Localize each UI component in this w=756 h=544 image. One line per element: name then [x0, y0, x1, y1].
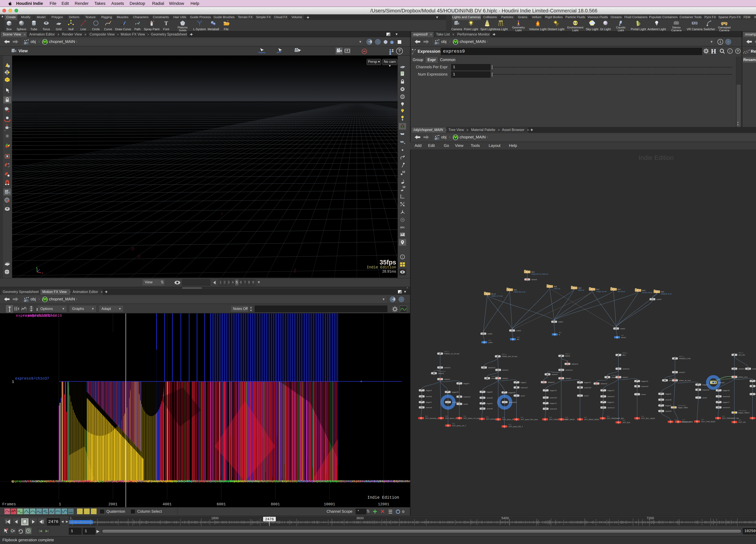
svg-text:OUT_BASS_SEED: OUT_BASS_SEED: [584, 419, 599, 420]
svg-text:area2: area2: [463, 403, 468, 405]
svg-text:file1: file1: [514, 289, 517, 291]
svg-text:stretch9: stretch9: [665, 410, 671, 412]
svg-text:Null: Null: [549, 417, 552, 418]
svg-text:Null: Null: [701, 419, 704, 420]
svg-text:Null: Null: [521, 417, 523, 418]
svg-text:area4: area4: [641, 393, 646, 395]
svg-text:i: i: [729, 49, 730, 53]
svg-text:stretch17: stretch17: [738, 368, 746, 370]
svg-text:math1: math1: [558, 321, 563, 323]
svg-text:PIANO LH V3.aif: PIANO LH V3.aif: [491, 295, 503, 297]
svg-text:stretch11: stretch11: [622, 368, 629, 370]
svg-text:Null: Null: [682, 419, 685, 421]
svg-text:trigger_30fps1: trigger_30fps1: [738, 412, 750, 414]
svg-text:trigger14: trigger14: [550, 402, 557, 404]
svg-text:Null: Null: [517, 336, 520, 338]
svg-text:OUT_BASS: OUT_BASS: [565, 419, 575, 420]
svg-text:Null: Null: [425, 415, 428, 417]
svg-text:AS: AS: [517, 338, 519, 340]
svg-text:4 BCL.aif: 4 BCL.aif: [554, 288, 560, 289]
svg-text:trigger15: trigger15: [550, 389, 557, 391]
svg-text:math3: math3: [620, 328, 625, 329]
svg-text:OUT_piano_LH_T: OUT_piano_LH_T: [452, 425, 466, 427]
svg-text:delete6: delete6: [531, 278, 537, 280]
svg-text:express3: express3: [702, 389, 709, 391]
svg-text:stretch7: stretch7: [679, 371, 685, 373]
svg-text:trigger25: trigger25: [452, 391, 459, 393]
svg-text:FINGER_CYM: FINGER_CYM: [679, 358, 690, 359]
svg-text:MIDI In: MIDI In: [444, 351, 449, 352]
svg-text:7200: 7200: [647, 516, 654, 520]
svg-text:H: H: [711, 48, 716, 55]
svg-text:Null: Null: [607, 415, 609, 417]
svg-text:stretch16: stretch16: [550, 408, 557, 410]
svg-text:?: ?: [737, 49, 739, 53]
svg-text:PIANO_LH_V2.mid: PIANO_LH_V2.mid: [444, 353, 459, 355]
svg-text:file7: file7: [618, 288, 621, 290]
svg-text:express9/ch1n16: express9/ch1n16: [28, 313, 62, 318]
svg-text:stretch19: stretch19: [723, 407, 730, 408]
svg-text:express9/ch1n47: express9/ch1n47: [393, 480, 410, 483]
svg-text:0: 0: [138, 254, 140, 259]
svg-text:OUT_BCL_SEED: OUT_BCL_SEED: [641, 417, 655, 419]
svg-text:file9: file9: [661, 291, 664, 293]
svg-text:delete13: delete13: [548, 381, 554, 383]
svg-text:trigger26: trigger26: [508, 392, 515, 393]
svg-text:1: 1: [293, 267, 296, 274]
svg-text:trigger2: trigger2: [463, 383, 469, 384]
svg-text:express9: express9: [717, 382, 725, 383]
svg-text:trigger6: trigger6: [487, 391, 492, 393]
svg-text:trigger18: trigger18: [723, 389, 730, 391]
svg-text:y: y: [36, 266, 37, 269]
svg-text:delete9: delete9: [565, 377, 571, 379]
svg-text:Null: Null: [738, 419, 741, 421]
svg-text:Null: Null: [445, 415, 448, 417]
svg-text:Subnetwork: Subnetwork: [738, 410, 747, 411]
svg-text:Null: Null: [722, 415, 725, 417]
svg-text:OUT_piano_LH: OUT_piano_LH: [445, 417, 457, 419]
svg-text:Null: Null: [622, 420, 625, 421]
svg-text:stretch1: stretch1: [502, 369, 508, 371]
svg-text:Frames: Frames: [2, 502, 16, 507]
svg-text:trigger_30fps: trigger_30fps: [678, 407, 688, 408]
svg-text:delete_all_zero: delete_all_zero: [679, 379, 691, 381]
svg-text:Null: Null: [452, 423, 455, 424]
svg-text:BASS: BASS: [565, 355, 570, 357]
svg-text:Null: Null: [641, 415, 644, 417]
svg-text:delete14: delete14: [572, 363, 578, 365]
svg-text:Indie Edition: Indie Edition: [367, 495, 399, 500]
svg-text:Expression: Expression: [438, 370, 445, 372]
svg-text:1: 1: [221, 211, 223, 216]
svg-text:OUT_piano_RH_T: OUT_piano_RH_T: [508, 426, 523, 427]
svg-text:OUT_piano_RH: OUT_piano_RH: [502, 419, 515, 420]
svg-text:Null: Null: [488, 339, 491, 341]
svg-text:express4: express4: [641, 385, 648, 387]
svg-text:Null: Null: [486, 416, 489, 418]
svg-text:1: 1: [70, 516, 72, 520]
svg-text:trigger17: trigger17: [723, 401, 730, 403]
svg-text:Null: Null: [584, 417, 587, 418]
svg-text:OUT_preramp_LH: OUT_preramp_LH: [425, 417, 440, 419]
svg-text:drm_HH: drm_HH: [738, 354, 745, 356]
svg-text:trigger13: trigger13: [584, 381, 591, 383]
svg-text:express1: express1: [463, 396, 471, 398]
svg-text:x: x: [42, 272, 43, 274]
svg-text:abc: abc: [400, 226, 405, 229]
svg-text:drums: drums: [621, 336, 626, 338]
svg-text:file3: file3: [531, 271, 534, 273]
svg-text:area5: area5: [584, 395, 588, 397]
svg-text:stretch8: stretch8: [665, 399, 671, 401]
svg-text:PIANO RH V2 LOGIC.aif: PIANO RH V2 LOGIC.aif: [531, 273, 548, 275]
svg-text:OUT_piano_RH_seed: OUT_piano_RH_seed: [521, 419, 538, 420]
svg-text:MIDI In: MIDI In: [502, 353, 507, 355]
svg-text:Expression: Expression: [611, 374, 619, 376]
svg-text:stretch15: stretch15: [550, 397, 557, 399]
svg-text:Null: Null: [559, 332, 561, 333]
svg-text:2476: 2476: [265, 517, 274, 521]
svg-text:PIANO_RH_V2.mid: PIANO_RH_V2.mid: [502, 355, 517, 357]
svg-text:delete2: delete2: [502, 377, 508, 379]
svg-text:stretch5: stretch5: [487, 397, 493, 399]
svg-text:12: 12: [402, 186, 405, 189]
svg-text:stretch4: stretch4: [426, 407, 432, 408]
svg-text:MIDI In: MIDI In: [679, 356, 684, 357]
